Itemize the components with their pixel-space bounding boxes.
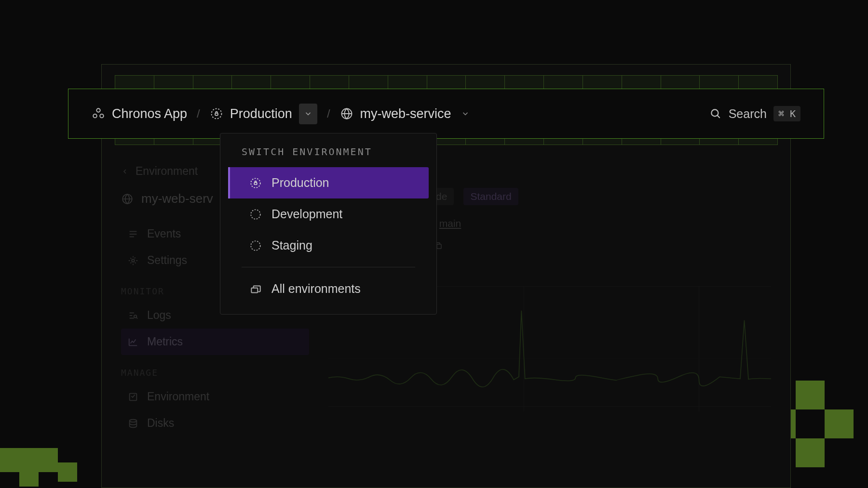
svg-point-0 [96, 108, 100, 112]
breadcrumb-service-label: my-web-service [360, 106, 451, 121]
search-icon [709, 107, 722, 120]
svg-point-9 [251, 210, 260, 219]
sidebar-title-label: my-web-serv [141, 191, 213, 206]
sidebar-item-label: Disks [147, 417, 174, 430]
breadcrumb-env[interactable]: Production [210, 104, 317, 124]
plan-badge: Standard [463, 188, 518, 205]
breadcrumb: Chronos App / Production / my [92, 104, 470, 124]
breadcrumb-separator: / [327, 107, 330, 120]
env-ring-icon [249, 208, 262, 221]
chevron-down-icon [304, 109, 312, 118]
sidebar-item-label: Events [147, 227, 181, 240]
decorative-block [19, 467, 39, 487]
env-option-label: Development [271, 207, 342, 221]
log-search-icon [128, 310, 138, 321]
env-switcher-dropdown: SWITCH ENVIRONMENT Production Developmen… [220, 133, 437, 315]
gear-icon [128, 255, 138, 266]
decorative-block [58, 462, 77, 482]
breadcrumb-separator: / [197, 107, 200, 120]
app-frame: Chronos App / Production / my [101, 64, 791, 488]
sidebar-item-label: Metrics [147, 335, 183, 348]
env-ring-icon [249, 239, 262, 252]
env-option-label: Production [271, 176, 329, 190]
svg-rect-11 [251, 288, 258, 292]
top-bar: Chronos App / Production / my [68, 89, 824, 139]
chart-line-icon [128, 337, 138, 347]
svg-point-1 [93, 114, 96, 118]
svg-point-16 [130, 419, 137, 422]
svg-point-2 [100, 114, 103, 118]
dropdown-header: SWITCH ENVIRONMENT [220, 133, 436, 167]
list-icon [128, 229, 138, 239]
env-option-development[interactable]: Development [228, 198, 429, 230]
sidebar-item-label: Logs [147, 309, 171, 322]
decorative-block [796, 381, 825, 409]
search-shortcut: ⌘ K [773, 106, 800, 121]
svg-point-13 [132, 259, 135, 262]
env-chevron-wrap[interactable] [299, 104, 317, 124]
search-label: Search [729, 107, 767, 121]
dimmed-content: Environment my-web-serv Events Settings [102, 161, 790, 488]
env-option-production[interactable]: Production [228, 167, 429, 198]
svg-point-14 [134, 315, 137, 318]
env-icon [128, 392, 138, 402]
env-option-label: Staging [271, 238, 312, 252]
branch-link[interactable]: main [439, 218, 461, 229]
dropdown-divider [242, 267, 415, 267]
globe-icon [340, 107, 353, 120]
breadcrumb-app-label: Chronos App [112, 106, 187, 121]
breadcrumb-service[interactable]: my-web-service [340, 106, 470, 121]
svg-point-3 [211, 109, 221, 119]
sidebar-item-environment[interactable]: Environment [121, 383, 309, 410]
sidebar-item-label: Environment [147, 390, 209, 403]
search-button[interactable]: Search ⌘ K [709, 106, 800, 121]
env-option-staging[interactable]: Staging [228, 230, 429, 261]
breadcrumb-app[interactable]: Chronos App [92, 106, 187, 121]
disk-icon [128, 418, 138, 429]
env-option-label: All environments [271, 282, 361, 296]
sidebar-section-manage: MANAGE [121, 355, 309, 383]
decorative-block [825, 409, 854, 438]
sidebar-item-metrics[interactable]: Metrics [121, 329, 309, 355]
breadcrumb-env-label: Production [230, 106, 292, 121]
svg-rect-4 [215, 113, 218, 116]
svg-point-7 [251, 178, 260, 188]
svg-rect-8 [254, 182, 257, 184]
chevron-down-icon [461, 109, 470, 118]
app-icon [92, 107, 105, 120]
env-ring-lock-icon [249, 177, 262, 189]
chevron-left-icon [121, 168, 129, 175]
globe-icon [121, 193, 134, 205]
decorative-block [796, 438, 825, 467]
sidebar-back-label: Environment [136, 165, 198, 178]
env-ring-lock-icon [210, 107, 223, 120]
svg-rect-20 [437, 244, 441, 249]
env-option-all[interactable]: All environments [228, 273, 429, 304]
sidebar-item-disks[interactable]: Disks [121, 410, 309, 436]
stack-icon [249, 283, 262, 295]
sidebar-item-label: Settings [147, 254, 187, 267]
svg-point-10 [251, 241, 260, 251]
